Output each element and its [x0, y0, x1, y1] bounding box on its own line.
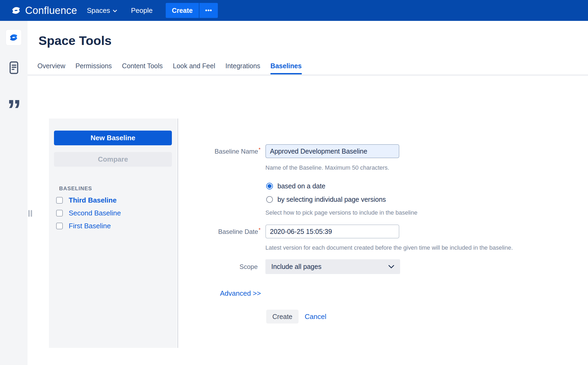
- tab-look-and-feel[interactable]: Look and Feel: [173, 62, 215, 74]
- tab-overview[interactable]: Overview: [37, 62, 65, 74]
- page-title: Space Tools: [38, 33, 111, 48]
- baseline-date-help: Latest version for each document created…: [265, 244, 513, 251]
- space-sidebar: ”: [0, 21, 28, 365]
- required-asterisk: *: [259, 147, 261, 152]
- pages-nav-item[interactable]: [9, 61, 19, 75]
- baseline-checkbox[interactable]: [56, 210, 63, 216]
- chevron-down-icon: [388, 265, 394, 268]
- space-logo-icon: [9, 33, 19, 42]
- mode-help: Select how to pick page versions to incl…: [265, 209, 417, 216]
- tab-baselines[interactable]: Baselines: [270, 62, 302, 74]
- baseline-date-label: Baseline Date*: [166, 228, 261, 235]
- new-baseline-button[interactable]: New Baseline: [54, 131, 172, 145]
- create-button[interactable]: Create: [166, 3, 199, 18]
- scope-select[interactable]: Include all pages: [265, 259, 400, 274]
- ellipsis-icon: •••: [205, 7, 212, 14]
- sidebar-resize-handle[interactable]: [28, 210, 32, 217]
- compare-button[interactable]: Compare: [54, 152, 172, 167]
- app-header: Confluence Spaces People Create •••: [0, 0, 588, 21]
- baseline-link[interactable]: First Baseline: [69, 222, 111, 230]
- pages-icon: [9, 61, 19, 74]
- chevron-down-icon: [113, 10, 117, 12]
- baseline-name-label: Baseline Name*: [166, 148, 261, 155]
- baselines-panel: New Baseline Compare BASELINES Third Bas…: [49, 119, 177, 348]
- tab-integrations[interactable]: Integrations: [225, 62, 260, 74]
- baseline-list-item[interactable]: Second Baseline: [56, 209, 121, 217]
- form-create-button[interactable]: Create: [266, 310, 299, 324]
- confluence-logo-icon: [11, 5, 21, 16]
- baseline-checkbox[interactable]: [56, 197, 63, 204]
- form-cancel-link[interactable]: Cancel: [305, 313, 326, 321]
- scope-label: Scope: [166, 263, 258, 271]
- tab-content-tools[interactable]: Content Tools: [122, 62, 163, 74]
- baseline-date-input[interactable]: [265, 225, 399, 238]
- baseline-list-item[interactable]: First Baseline: [56, 222, 111, 230]
- baseline-name-help: Name of the Baseline. Maximum 50 charact…: [265, 164, 389, 171]
- mode-option-individual[interactable]: by selecting individual page versions: [266, 196, 386, 203]
- space-tools-tabs: Overview Permissions Content Tools Look …: [37, 62, 302, 74]
- required-asterisk: *: [259, 227, 261, 233]
- mode-option-date[interactable]: based on a date: [266, 182, 325, 190]
- nav-people[interactable]: People: [131, 0, 153, 21]
- more-actions-button[interactable]: •••: [199, 3, 218, 18]
- radio-unselected-icon[interactable]: [266, 196, 273, 203]
- tabs-divider: [28, 75, 588, 75]
- brand-name: Confluence: [25, 5, 77, 16]
- space-logo-tile[interactable]: [6, 30, 21, 45]
- tab-permissions[interactable]: Permissions: [75, 62, 112, 74]
- baseline-list-item[interactable]: Third Baseline: [56, 196, 117, 204]
- advanced-link[interactable]: Advanced >>: [220, 289, 261, 298]
- scope-selected-value: Include all pages: [271, 263, 322, 271]
- nav-spaces[interactable]: Spaces: [87, 0, 117, 21]
- quote-icon: ”: [7, 100, 21, 119]
- nav-people-label: People: [131, 6, 153, 15]
- baseline-link[interactable]: Third Baseline: [69, 196, 117, 204]
- confluence-space-tools-page: Confluence Spaces People Create •••: [0, 0, 588, 365]
- baseline-link[interactable]: Second Baseline: [69, 209, 121, 217]
- baselines-list-title: BASELINES: [59, 185, 92, 192]
- blog-nav-item[interactable]: ”: [7, 100, 21, 119]
- radio-selected-icon[interactable]: [266, 183, 273, 189]
- nav-spaces-label: Spaces: [87, 6, 110, 15]
- confluence-brand[interactable]: Confluence: [11, 0, 77, 21]
- baseline-name-input[interactable]: [265, 144, 399, 158]
- baseline-checkbox[interactable]: [56, 223, 63, 229]
